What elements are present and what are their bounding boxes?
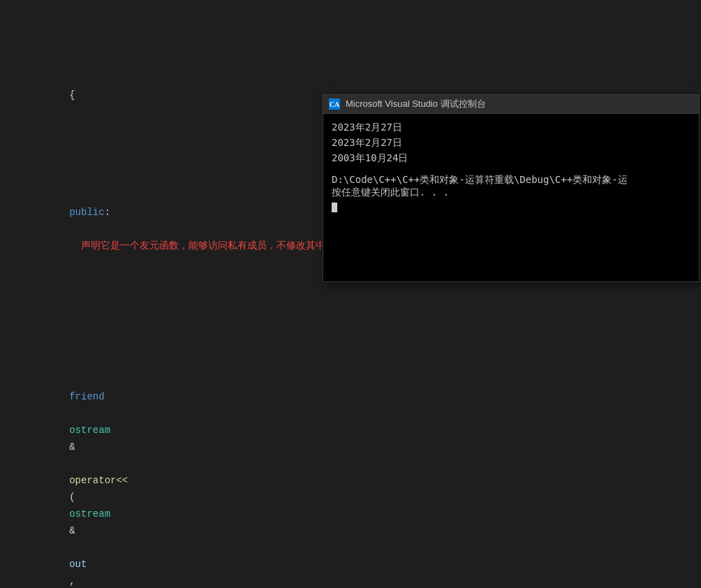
open-brace: { <box>69 89 75 101</box>
punct: ( <box>69 492 75 503</box>
console-title: Microsoft Visual Studio 调试控制台 <box>346 98 486 110</box>
vs-icon-text: CA <box>330 101 339 108</box>
vs-icon: CA <box>329 98 340 110</box>
code-area: { public: 声明它是一个友元函数，能够访问私有成员，不修改其中的内容 f… <box>0 0 701 588</box>
colon: : <box>105 207 110 218</box>
console-cursor <box>332 199 691 214</box>
console-body: 2023年2月27日 2023年2月27日 2003年10月24日 D:\Cod… <box>323 114 699 281</box>
keyword-friend: friend <box>69 391 104 402</box>
cursor-block <box>332 203 337 212</box>
keyword-public: public <box>69 207 104 218</box>
line-content: friend ostream & operator<< ( ostream & … <box>20 355 701 588</box>
op: & <box>69 441 75 453</box>
red-comment: 声明它是一个友元函数，能够访问私有成员，不修改其中的内容 <box>81 240 355 251</box>
op-amp: & <box>69 525 75 536</box>
console-output-1: 2023年2月27日 <box>332 119 691 135</box>
console-output-2: 2023年2月27日 <box>332 135 691 150</box>
param-out: out <box>69 559 87 570</box>
console-popup[interactable]: CA Microsoft Visual Studio 调试控制台 2023年2月… <box>323 94 700 282</box>
comma: , <box>69 575 81 587</box>
type-ostream2: ostream <box>69 508 110 520</box>
editor: { public: 声明它是一个友元函数，能够访问私有成员，不修改其中的内容 f… <box>0 0 701 588</box>
console-titlebar: CA Microsoft Visual Studio 调试控制台 <box>323 95 699 114</box>
type-ostream: ostream <box>69 425 110 436</box>
console-path: D:\Code\C++\C++类和对象-运算符重载\Debug\C++类和对象-… <box>332 174 691 186</box>
console-press-hint: 按任意键关闭此窗口. . . <box>332 186 691 199</box>
console-output-3: 2003年10月24日 <box>332 150 691 166</box>
code-line: friend ostream & operator<< ( ostream & … <box>0 355 701 588</box>
fn-operator: operator<< <box>69 475 128 486</box>
comment-text: 声明它是一个友元函数，能够访问私有成员，不修改其中的内容 <box>22 240 355 268</box>
